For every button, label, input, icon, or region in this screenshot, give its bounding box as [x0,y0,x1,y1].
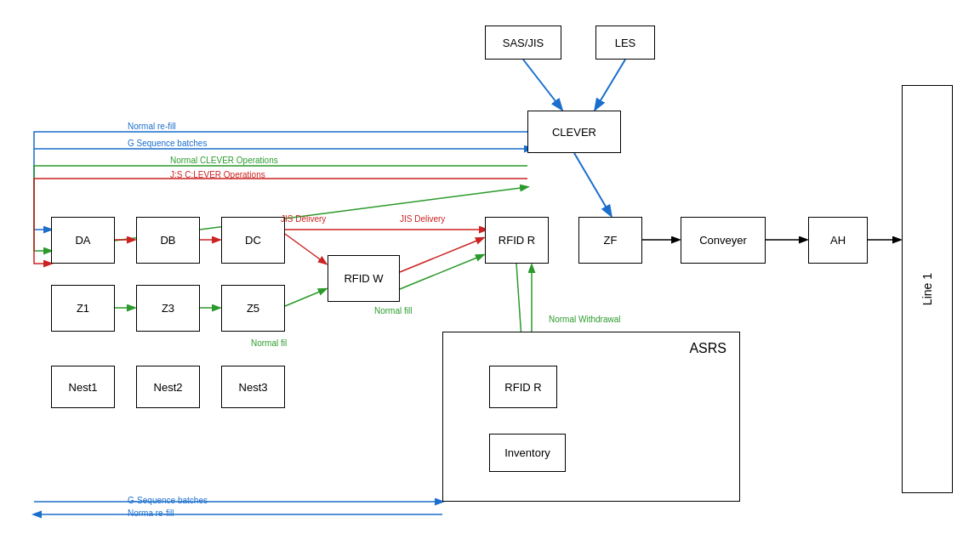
ah-label: AH [830,234,846,247]
clever-label: CLEVER [552,126,596,139]
nest3-label: Nest3 [239,381,268,394]
rfid-r-asrs-label: RFID R [504,381,541,394]
svg-line-9 [285,289,326,306]
dc-label: DC [245,234,261,247]
les-box: LES [595,26,655,60]
label-normal-fill-left: Normal fil [251,338,287,348]
label-jis-clever-ops: J:S C:LEVER Operations [170,170,265,179]
label-normal-refill-top: Normal re-fill [128,122,176,131]
rfid-r-asrs-box: RFID R [489,366,557,408]
label-normal-fill-right: Normal fill [374,306,412,315]
rfid-w-label: RFID W [344,272,383,285]
svg-line-2 [574,153,611,215]
dc-box: DC [221,217,285,264]
rfid-w-box: RFID W [328,255,400,302]
sas-jis-box: SAS/JIS [485,26,561,60]
nest2-box: Nest2 [136,366,200,408]
db-box: DB [136,217,200,264]
z1-box: Z1 [51,285,115,332]
sas-jis-label: SAS/JIS [503,37,544,49]
da-label: DA [75,234,90,247]
svg-line-7 [285,234,326,264]
nest2-label: Nest2 [154,381,183,394]
z5-box: Z5 [221,285,285,332]
asrs-box: ASRS [442,332,740,502]
rfid-r-top-label: RFID R [499,234,535,247]
ah-box: AH [808,217,868,264]
label-jis-delivery-right: JIS Delivery [400,214,445,224]
inventory-label: Inventory [504,446,550,459]
nest3-box: Nest3 [221,366,285,408]
line1-box: Line 1 [902,85,953,493]
svg-line-0 [523,60,561,109]
zf-label: ZF [604,234,618,247]
diagram: SAS/JIS LES CLEVER DA DB DC Z1 Z3 Z5 Nes… [0,0,980,551]
z5-label: Z5 [247,302,259,315]
label-jis-delivery-left: JIS Delivery [281,214,326,224]
label-normal-refill-bottom: Norma re-fill [128,508,174,518]
zf-box: ZF [578,217,642,264]
rfid-r-top-box: RFID R [485,217,549,264]
conveyer-label: Conveyer [699,234,747,247]
da-box: DA [51,217,115,264]
nest1-label: Nest1 [69,381,98,394]
label-g-sequence-top: G Sequence batches [128,139,207,148]
svg-line-1 [595,60,625,109]
line1-label: Line 1 [920,273,934,305]
nest1-box: Nest1 [51,366,115,408]
les-label: LES [615,37,636,49]
z1-label: Z1 [77,302,89,315]
inventory-box: Inventory [489,434,566,472]
asrs-label: ASRS [689,341,726,356]
clever-box: CLEVER [527,111,621,153]
label-g-sequence-bottom: G-Sequence batches [128,496,208,505]
label-normal-clever-ops: Normal CLEVER Operations [170,156,278,165]
z3-box: Z3 [136,285,200,332]
svg-line-8 [400,238,483,272]
conveyer-box: Conveyer [681,217,766,264]
db-label: DB [160,234,175,247]
label-normal-withdrawal: Normal Withdrawal [549,315,620,324]
svg-line-10 [400,255,483,289]
z3-label: Z3 [162,302,174,315]
